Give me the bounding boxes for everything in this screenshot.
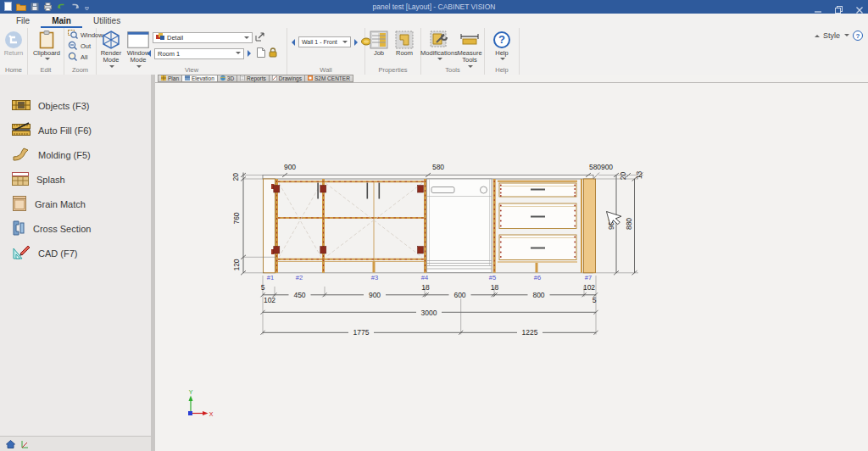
render-mode-icon bbox=[101, 30, 121, 50]
help-caret-icon bbox=[500, 58, 505, 63]
help-button[interactable]: ? Help bbox=[489, 30, 515, 62]
sidebar-item-molding[interactable]: Molding (F5) bbox=[0, 142, 151, 167]
job-label: Job bbox=[374, 50, 384, 57]
room-label: Room bbox=[396, 50, 413, 57]
grain-match-icon bbox=[12, 195, 27, 214]
collapse-ribbon-icon[interactable] bbox=[815, 32, 820, 37]
ribbon-group-edit: Clipboard Edit bbox=[28, 28, 64, 75]
view-tab-drawings[interactable]: Drawings bbox=[270, 75, 305, 82]
clipboard-caret-icon bbox=[45, 58, 50, 63]
sidebar-item-grain-match[interactable]: Grain Match bbox=[0, 192, 151, 216]
room-next-button[interactable] bbox=[248, 50, 251, 57]
return-button[interactable]: Return bbox=[2, 30, 25, 57]
dim-bottom: 450 bbox=[293, 291, 305, 299]
zoom-out-button[interactable]: Out bbox=[68, 41, 91, 51]
new-view-page-icon[interactable] bbox=[257, 47, 265, 59]
ribbon-tab-bar: File Main Utilities bbox=[0, 14, 868, 28]
sidebar-item-cad[interactable]: CAD (F7) bbox=[0, 241, 151, 265]
render-mode-button[interactable]: Render Mode bbox=[98, 30, 124, 70]
render-mode-label: Render Mode bbox=[98, 50, 124, 64]
dim-top: 900 bbox=[601, 163, 613, 171]
lock-icon[interactable] bbox=[269, 47, 277, 59]
detail-combobox[interactable]: Detail bbox=[153, 32, 253, 43]
measure-tools-button[interactable]: Measure Tools bbox=[456, 30, 483, 70]
view-tab-elevation[interactable]: Elevation bbox=[182, 75, 218, 82]
view-tab-label: Plan bbox=[168, 75, 179, 81]
dim-bottom3: 1775 bbox=[353, 328, 370, 337]
plan-tab-icon bbox=[161, 75, 166, 81]
left-end-panel bbox=[264, 179, 275, 273]
ribbon-tab-main[interactable]: Main bbox=[41, 14, 82, 28]
auto-fill-icon bbox=[12, 122, 31, 139]
room-combobox[interactable]: Room 1 bbox=[154, 48, 244, 59]
dim-right-small: 13 bbox=[635, 171, 643, 180]
cad-icon bbox=[12, 245, 31, 262]
elevation-tab-icon bbox=[185, 75, 190, 81]
drawing-canvas[interactable]: Plan Elevation 3D Reports Drawings S2M C… bbox=[155, 75, 868, 451]
group-label-tools: Tools bbox=[421, 66, 484, 74]
dim-bottom: 900 bbox=[369, 291, 381, 299]
view-tab-bar: Plan Elevation 3D Reports Drawings S2M C… bbox=[158, 75, 353, 82]
group-label-edit: Edit bbox=[28, 66, 64, 74]
wall-combo-value: Wall 1 - Front bbox=[302, 39, 337, 45]
modifications-button[interactable]: Modifications bbox=[422, 30, 456, 62]
dim-right-small: 20 bbox=[619, 172, 627, 181]
zoom-all-button[interactable]: All bbox=[68, 52, 87, 62]
room-prev-button[interactable] bbox=[147, 50, 151, 57]
elevation-drawing[interactable]: #1 #2 #3 #4 #5 #6 #7 bbox=[155, 82, 868, 451]
job-button[interactable]: Job bbox=[368, 30, 390, 57]
style-help-icon[interactable]: ? bbox=[853, 31, 863, 41]
popout-view-icon[interactable] bbox=[255, 32, 265, 43]
dim-bottom3: 1225 bbox=[522, 328, 538, 337]
ribbon-tab-file[interactable]: File bbox=[5, 14, 41, 28]
dim-bottom: 800 bbox=[532, 291, 544, 299]
dim-left: 120 bbox=[232, 259, 241, 270]
view-tab-s2m-center[interactable]: S2M CENTER bbox=[305, 75, 353, 82]
style-label[interactable]: Style bbox=[823, 31, 840, 40]
room-combo-value: Room 1 bbox=[158, 50, 180, 58]
sidebar-item-auto-fill[interactable]: Auto Fill (F6) bbox=[0, 118, 151, 142]
dim-total: 3000 bbox=[421, 309, 437, 317]
splash-icon bbox=[12, 171, 29, 188]
style-caret-icon[interactable] bbox=[844, 34, 849, 39]
detail-combo-value: Detail bbox=[167, 34, 183, 42]
help-label: Help bbox=[495, 50, 508, 57]
cross-section-icon bbox=[12, 220, 25, 238]
home-icon[interactable] bbox=[6, 437, 15, 451]
ribbon-tab-utilities[interactable]: Utilities bbox=[82, 14, 131, 28]
sidebar-item-objects[interactable]: Objects (F3) bbox=[0, 93, 151, 118]
wall-prev-button[interactable] bbox=[292, 39, 295, 46]
detail-combo-icon bbox=[156, 33, 164, 42]
view-tab-reports[interactable]: Reports bbox=[237, 75, 270, 82]
ribbon-group-tools: Modifications Measure Tools Tools bbox=[421, 28, 485, 75]
axis-y-label: Y bbox=[189, 389, 193, 395]
room-button[interactable]: Room bbox=[392, 30, 417, 57]
sidebar-item-cross-section[interactable]: Cross Section bbox=[0, 216, 151, 241]
axes-small-icon[interactable] bbox=[20, 437, 29, 451]
room-combo-caret-icon bbox=[236, 52, 241, 57]
sidebar: Objects (F3) Auto Fill (F6) Molding (F5)… bbox=[0, 75, 151, 451]
sidebar-item-splash[interactable]: Splash bbox=[0, 167, 151, 192]
wall-combo-caret-icon bbox=[342, 41, 348, 46]
drawings-tab-icon bbox=[272, 75, 277, 81]
help-icon: ? bbox=[493, 31, 510, 48]
group-label-home: Home bbox=[0, 66, 27, 74]
wall-combobox[interactable]: Wall 1 - Front bbox=[298, 36, 351, 47]
dim-right: 880 bbox=[625, 218, 633, 230]
item-label: #6 bbox=[534, 274, 541, 281]
view-tab-plan[interactable]: Plan bbox=[158, 75, 182, 82]
right-end-panel bbox=[584, 179, 596, 273]
sidebar-item-label: CAD (F7) bbox=[38, 248, 77, 259]
dim-left: 20 bbox=[232, 173, 241, 181]
ribbon-group-properties: Job Room Properties bbox=[365, 28, 421, 75]
modifications-caret-icon bbox=[437, 58, 442, 63]
view-tab-3d[interactable]: 3D bbox=[218, 75, 237, 82]
window-title: panel test [Layout] - CABINET VISION bbox=[0, 3, 868, 11]
modifications-icon bbox=[430, 30, 448, 50]
sidebar-item-label: Cross Section bbox=[33, 224, 91, 234]
clipboard-label: Clipboard bbox=[33, 50, 60, 57]
sidebar-item-label: Grain Match bbox=[35, 199, 86, 209]
dim-left: 760 bbox=[232, 212, 241, 224]
clipboard-button[interactable]: Clipboard bbox=[32, 30, 61, 62]
wall-next-button[interactable] bbox=[354, 39, 358, 46]
